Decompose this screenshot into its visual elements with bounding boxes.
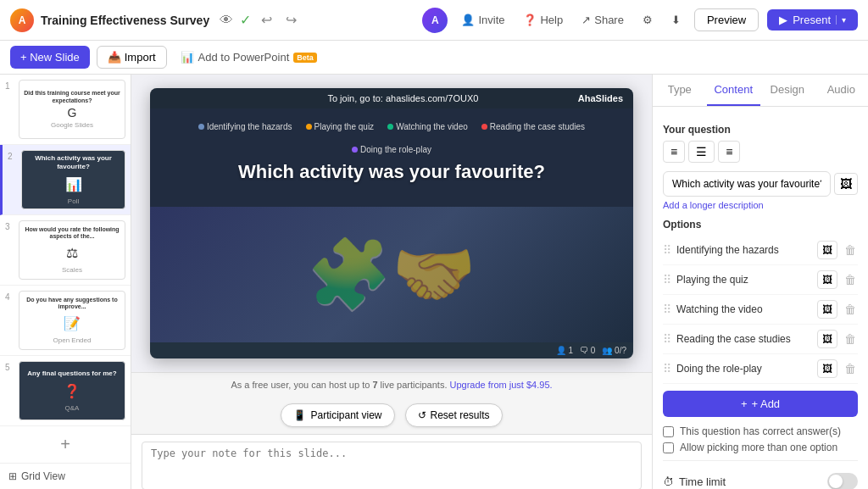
timer-icon: ⏱ xyxy=(663,475,674,488)
slide-canvas: To join, go to: ahaslides.com/7OUX0 AhaS… xyxy=(150,88,633,358)
slide-preview: To join, go to: ahaslides.com/7OUX0 AhaS… xyxy=(131,75,652,372)
add-slide-button[interactable]: + xyxy=(0,426,131,463)
drag-handle-icon[interactable]: ⠿ xyxy=(663,362,671,375)
capacity-count: 👥 0/? xyxy=(602,346,626,355)
drag-handle-icon[interactable]: ⠿ xyxy=(663,303,671,316)
check-icon: ✓ xyxy=(240,12,251,28)
tab-content[interactable]: Content xyxy=(707,75,761,106)
options-bar: Identifying the hazards Playing the quiz… xyxy=(164,122,620,154)
option-1-label: Identifying the hazards xyxy=(198,122,292,131)
response-count: 🗨 0 xyxy=(580,346,595,355)
slide-stats-footer: 👤 1 🗨 0 👥 0/? xyxy=(150,342,633,358)
right-panel: Type Content Design Audio Your question … xyxy=(652,75,868,489)
slide-item[interactable]: 5 Any final questions for me? ❓ Q&A xyxy=(0,356,131,426)
align-right-button[interactable]: ≡ xyxy=(718,141,740,163)
new-slide-button[interactable]: + New Slide xyxy=(10,46,90,69)
share-button[interactable]: ↗ Share xyxy=(576,10,629,30)
slide-question: Which activity was your favourite? xyxy=(164,161,620,183)
present-button[interactable]: ▶ Present ▾ xyxy=(767,9,858,31)
notes-input[interactable] xyxy=(151,447,632,481)
question-input[interactable] xyxy=(663,171,831,197)
app-logo: A xyxy=(10,8,34,32)
slide-item-active[interactable]: 2 Which activity was your favourite? 📊 P… xyxy=(0,145,131,215)
option-3-input[interactable] xyxy=(676,303,812,315)
present-chevron-icon[interactable]: ▾ xyxy=(836,15,846,25)
option-2-label: Playing the quiz xyxy=(306,122,375,131)
option-5-delete-button[interactable]: 🗑 xyxy=(843,360,858,377)
participant-view-button[interactable]: 📱 Participant view xyxy=(281,403,394,427)
option-4-input[interactable] xyxy=(676,333,812,345)
preview-button[interactable]: Preview xyxy=(694,8,759,31)
slide-thumbnail: Did this training course meet your expec… xyxy=(19,80,125,139)
tab-type[interactable]: Type xyxy=(653,75,707,106)
option-5-image-button[interactable]: 🖼 xyxy=(817,359,837,378)
invite-icon: 👤 xyxy=(461,14,475,26)
undo-button[interactable]: ↩ xyxy=(258,8,275,31)
option-4-image-button[interactable]: 🖼 xyxy=(817,330,837,348)
subtoolbar: + New Slide 📥 Import 📊 Add to PowerPoint… xyxy=(0,41,868,75)
invite-button[interactable]: 👤 Invite xyxy=(456,10,509,30)
time-limit-header[interactable]: ⏱ Time limit xyxy=(663,468,858,489)
ahaslides-logo: AhaSlides xyxy=(578,93,623,103)
tab-audio[interactable]: Audio xyxy=(815,75,869,106)
import-icon: 📥 xyxy=(108,51,121,64)
time-limit-toggle[interactable] xyxy=(827,473,858,489)
reset-icon: ↺ xyxy=(418,409,426,421)
slide-number: 5 xyxy=(5,363,15,372)
slide-sidebar: 1 Did this training course meet your exp… xyxy=(0,75,131,489)
add-ppt-button[interactable]: 📊 Add to PowerPoint Beta xyxy=(174,47,324,68)
multiple-option-row: Allow picking more than one option xyxy=(663,442,858,453)
drag-handle-icon[interactable]: ⠿ xyxy=(663,332,671,346)
option-2-image-button[interactable]: 🖼 xyxy=(817,270,837,289)
share-icon: ↗ xyxy=(581,14,591,26)
redo-button[interactable]: ↪ xyxy=(282,8,300,31)
eye-icon[interactable]: 👁 xyxy=(220,13,233,28)
help-button[interactable]: ❓ Help xyxy=(518,10,568,30)
google-icon: G xyxy=(68,106,77,119)
option-3-image-button[interactable]: 🖼 xyxy=(817,300,837,319)
settings-button[interactable]: ⚙ xyxy=(637,10,658,30)
slide-item[interactable]: 1 Did this training course meet your exp… xyxy=(0,75,131,145)
tab-design[interactable]: Design xyxy=(760,75,815,106)
option-5-label: Doing the role-play xyxy=(352,145,431,154)
option-row: ⠿ 🖼 🗑 xyxy=(663,236,858,265)
alignment-buttons: ≡ ☰ ≡ xyxy=(663,141,858,163)
slide-background-image: 🧩🤝 xyxy=(150,207,633,342)
slide-item[interactable]: 4 Do you have any suggestions to improve… xyxy=(0,286,131,356)
content-area: To join, go to: ahaslides.com/7OUX0 AhaS… xyxy=(131,75,652,489)
option-1-delete-button[interactable]: 🗑 xyxy=(843,242,858,258)
action-buttons-bar: 📱 Participant view ↺ Reset results xyxy=(131,397,652,434)
download-button[interactable]: ⬇ xyxy=(666,10,686,30)
import-button[interactable]: 📥 Import xyxy=(97,46,167,69)
drag-handle-icon[interactable]: ⠿ xyxy=(663,243,671,257)
option-row: ⠿ 🖼 🗑 xyxy=(663,295,858,325)
option-2-input[interactable] xyxy=(676,274,812,286)
upgrade-banner: As a free user, you can host up to 7 liv… xyxy=(131,372,652,397)
app-title: Training Effectiveness Survey xyxy=(41,14,209,27)
option-2-delete-button[interactable]: 🗑 xyxy=(843,271,858,288)
drag-handle-icon[interactable]: ⠿ xyxy=(663,273,671,286)
align-center-button[interactable]: ☰ xyxy=(688,141,715,163)
multiple-option-checkbox[interactable] xyxy=(663,442,674,453)
align-left-button[interactable]: ≡ xyxy=(663,141,685,163)
open-ended-icon: 📝 xyxy=(64,315,81,331)
correct-answer-checkbox[interactable] xyxy=(663,426,674,437)
slide-item[interactable]: 3 How would you rate the following aspec… xyxy=(0,215,131,286)
option-4-delete-button[interactable]: 🗑 xyxy=(843,331,858,347)
option-1-input[interactable] xyxy=(676,244,812,256)
topbar: A Training Effectiveness Survey 👁 ✓ ↩ ↪ … xyxy=(0,0,868,41)
add-description-link[interactable]: Add a longer description xyxy=(663,200,858,210)
question-image-button[interactable]: 🖼 xyxy=(834,173,858,195)
add-option-button[interactable]: + + Add xyxy=(663,391,858,417)
grid-view-button[interactable]: ⊞ Grid View xyxy=(0,463,131,489)
slide-thumbnail: Any final questions for me? ❓ Q&A xyxy=(19,361,125,420)
slide-number: 1 xyxy=(5,81,15,91)
reset-results-button[interactable]: ↺ Reset results xyxy=(405,403,503,427)
participant-count: 👤 1 xyxy=(556,346,573,355)
option-5-input[interactable] xyxy=(676,363,812,375)
slide-thumbnail: Do you have any suggestions to improve..… xyxy=(19,291,125,350)
add-plus-icon: + xyxy=(741,397,748,410)
option-3-delete-button[interactable]: 🗑 xyxy=(843,301,858,318)
option-1-image-button[interactable]: 🖼 xyxy=(817,241,837,259)
upgrade-link[interactable]: Upgrade from just $4.95. xyxy=(450,380,553,390)
